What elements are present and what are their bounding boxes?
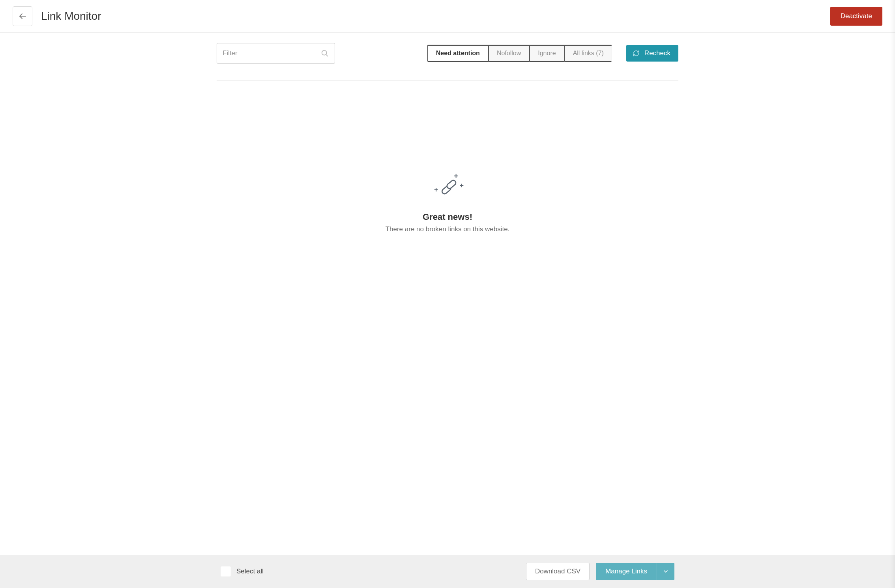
manage-links-button[interactable]: Manage Links xyxy=(596,563,657,580)
empty-state: Great news! There are no broken links on… xyxy=(217,81,678,555)
search-icon xyxy=(320,49,329,58)
tab-group: Need attention Nofollow Ignore All links… xyxy=(427,45,612,62)
svg-rect-4 xyxy=(446,179,457,189)
download-csv-button[interactable]: Download CSV xyxy=(526,563,590,580)
chevron-down-icon xyxy=(663,568,669,575)
footer: Select all Download CSV Manage Links xyxy=(0,555,895,588)
recheck-button[interactable]: Recheck xyxy=(626,45,678,62)
link-icon xyxy=(430,171,465,203)
refresh-icon xyxy=(633,50,640,57)
tab-need-attention[interactable]: Need attention xyxy=(427,45,488,62)
page-title: Link Monitor xyxy=(41,10,830,22)
filter-input[interactable] xyxy=(223,49,320,57)
empty-heading: Great news! xyxy=(423,212,472,222)
recheck-button-label: Recheck xyxy=(644,49,670,57)
manage-links-dropdown-toggle[interactable] xyxy=(657,563,674,580)
tab-ignore[interactable]: Ignore xyxy=(529,45,564,62)
toolbar: Need attention Nofollow Ignore All links… xyxy=(217,33,678,69)
manage-links-button-group: Manage Links xyxy=(596,563,674,580)
select-all-checkbox[interactable] xyxy=(221,566,231,577)
empty-subtext: There are no broken links on this websit… xyxy=(386,225,510,233)
select-all-label: Select all xyxy=(236,567,264,575)
page-header: Link Monitor Deactivate xyxy=(0,0,895,33)
svg-line-2 xyxy=(326,54,328,56)
tab-nofollow[interactable]: Nofollow xyxy=(488,45,529,62)
filter-field[interactable] xyxy=(217,43,335,64)
tab-all-links[interactable]: All links (7) xyxy=(564,45,612,62)
arrow-left-icon xyxy=(18,11,27,21)
back-button[interactable] xyxy=(13,6,32,26)
deactivate-button[interactable]: Deactivate xyxy=(830,7,882,26)
